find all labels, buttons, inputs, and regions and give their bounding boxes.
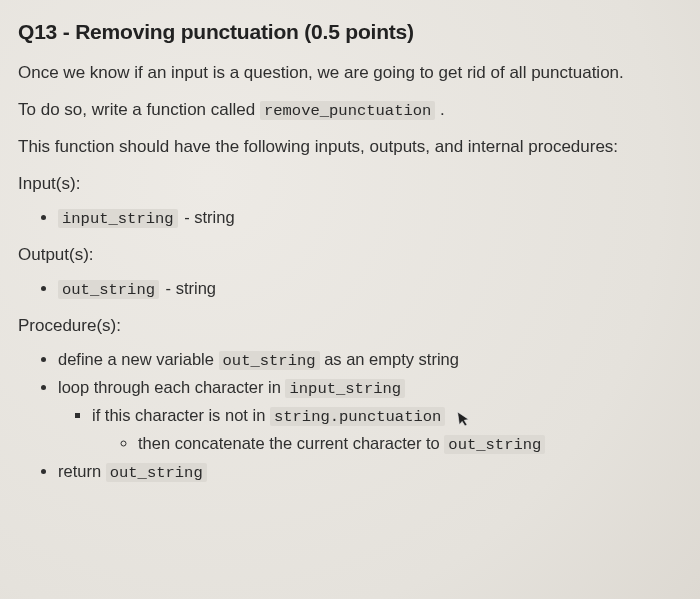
procedures-sub-sublist: then concatenate the current character t…: [92, 432, 678, 456]
proc4-pre: then concatenate the current character t…: [138, 434, 444, 452]
list-item: loop through each character in input_str…: [58, 376, 678, 456]
list-item: input_string - string: [58, 206, 678, 230]
intro-paragraph-1: Once we know if an input is a question, …: [18, 62, 678, 85]
inputs-label: Input(s):: [18, 173, 678, 196]
proc5-pre: return: [58, 462, 106, 480]
p2-pre-text: To do so, write a function called: [18, 100, 260, 119]
intro-paragraph-3: This function should have the following …: [18, 136, 678, 159]
output-param-type: - string: [161, 279, 216, 297]
outputs-list: out_string - string: [18, 277, 678, 301]
list-item: return out_string: [58, 460, 678, 484]
procedures-sublist: if this character is not in string.punct…: [58, 404, 678, 456]
procedures-label: Procedure(s):: [18, 315, 678, 338]
inputs-list: input_string - string: [18, 206, 678, 230]
list-item: then concatenate the current character t…: [138, 432, 678, 456]
proc3-code: string.punctuation: [270, 407, 445, 426]
p2-post-text: .: [435, 100, 444, 119]
list-item: define a new variable out_string as an e…: [58, 348, 678, 372]
proc3-pre: if this character is not in: [92, 406, 270, 424]
procedures-list: define a new variable out_string as an e…: [18, 348, 678, 484]
proc5-code: out_string: [106, 463, 207, 482]
list-item: if this character is not in string.punct…: [92, 404, 678, 456]
proc1-code: out_string: [219, 351, 320, 370]
outputs-label: Output(s):: [18, 244, 678, 267]
proc1-pre: define a new variable: [58, 350, 219, 368]
intro-paragraph-2: To do so, write a function called remove…: [18, 99, 678, 122]
input-param-code: input_string: [58, 209, 178, 228]
list-item: out_string - string: [58, 277, 678, 301]
input-param-type: - string: [180, 208, 235, 226]
proc4-code: out_string: [444, 435, 545, 454]
proc1-post: as an empty string: [320, 350, 459, 368]
proc2-pre: loop through each character in: [58, 378, 285, 396]
output-param-code: out_string: [58, 280, 159, 299]
function-name-code: remove_punctuation: [260, 101, 435, 120]
question-title: Q13 - Removing punctuation (0.5 points): [18, 18, 678, 46]
proc2-code: input_string: [285, 379, 405, 398]
